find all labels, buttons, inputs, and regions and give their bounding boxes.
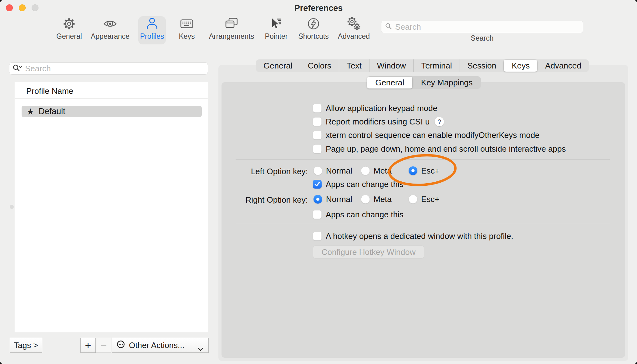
radio-right-normal[interactable]: [313, 195, 322, 204]
toolbar-label: Arrangements: [209, 32, 254, 41]
tags-button[interactable]: Tags >: [10, 338, 42, 353]
header-divider: [15, 98, 208, 99]
profile-search-field[interactable]: [9, 62, 208, 75]
toolbar-search-field[interactable]: [381, 21, 583, 33]
radio-option: Normal: [313, 166, 352, 175]
star-icon: ★: [27, 107, 34, 117]
gears-icon: [347, 17, 361, 31]
checkbox-modify-other-keys[interactable]: [313, 131, 322, 139]
window-title: Preferences: [0, 3, 637, 13]
checkbox-left-apps-can-change[interactable]: [313, 180, 322, 189]
checkbox-row: Apps can change this: [313, 210, 404, 219]
checkbox-hotkey-window[interactable]: [313, 232, 322, 240]
profile-search-input[interactable]: [25, 64, 205, 73]
divider: [236, 223, 610, 223]
tab-text[interactable]: Text: [339, 59, 369, 72]
cursor-icon: [269, 17, 283, 31]
search-icon: [385, 23, 392, 31]
checkbox-row: xterm control sequence can enable modify…: [313, 131, 540, 139]
gear-icon: [62, 17, 76, 31]
radio-label: Meta: [374, 195, 392, 204]
person-icon: [145, 17, 159, 31]
profile-list-panel: Profile Name ★ Default: [15, 82, 208, 332]
keys-subtab-bar: General Key Mappings: [367, 76, 481, 89]
windows-icon: [225, 17, 238, 31]
checkbox-label: Apps can change this: [326, 210, 404, 220]
toolbar-item-arrangements[interactable]: Arrangements: [205, 17, 258, 45]
toolbar-search-input[interactable]: [395, 22, 579, 32]
left-option-key-label: Left Option key:: [200, 167, 308, 176]
toolbar-label: General: [56, 32, 82, 41]
other-actions-dropdown[interactable]: Other Actions...: [112, 338, 209, 353]
tab-keys[interactable]: Keys: [504, 60, 537, 72]
lightning-circle-icon: [307, 17, 320, 31]
chevron-down-icon: [198, 344, 203, 353]
preferences-window: Preferences General Appearance Profiles …: [0, 0, 637, 364]
checkbox-row: A hotkey opens a dedicated window with t…: [313, 232, 513, 240]
checkbox-row: Allow application keypad mode: [313, 104, 437, 113]
profile-tab-bar: General Colors Text Window Terminal Sess…: [256, 59, 589, 72]
profile-list-header: Profile Name: [26, 86, 73, 96]
radio-option: Meta: [361, 195, 392, 204]
checkbox-label: Allow application keypad mode: [326, 104, 437, 113]
radio-label: Normal: [326, 166, 352, 176]
remove-profile-button: −: [96, 338, 111, 353]
toolbar-label: Pointer: [265, 32, 288, 41]
profile-name: Default: [38, 107, 65, 116]
checkbox-label: xterm control sequence can enable modify…: [326, 130, 540, 140]
checkbox-allow-keypad-mode[interactable]: [313, 104, 322, 113]
help-button[interactable]: ?: [435, 117, 444, 126]
tab-general[interactable]: General: [256, 59, 300, 72]
toolbar-item-advanced[interactable]: Advanced: [330, 17, 377, 45]
subtab-general[interactable]: General: [367, 77, 412, 88]
toolbar-label: Shortcuts: [298, 32, 329, 41]
tab-terminal[interactable]: Terminal: [413, 59, 459, 72]
toolbar-label: Appearance: [91, 32, 130, 41]
checkbox-label: A hotkey opens a dedicated window with t…: [326, 231, 513, 241]
radio-left-normal[interactable]: [313, 166, 322, 175]
toolbar-label: Profiles: [140, 32, 164, 41]
add-profile-button[interactable]: +: [80, 338, 96, 353]
tab-window[interactable]: Window: [369, 59, 414, 72]
tab-colors[interactable]: Colors: [300, 59, 339, 72]
eye-icon: [103, 17, 117, 31]
checkbox-row: Report modifiers using CSI u ?: [313, 117, 444, 126]
radio-right-meta[interactable]: [361, 195, 370, 204]
keyboard-icon: [180, 17, 194, 31]
toolbar-search-label: Search: [381, 34, 583, 43]
radio-left-meta[interactable]: [361, 166, 370, 175]
toolbar-label: Keys: [179, 32, 195, 41]
right-option-key-label: Right Option key:: [200, 195, 308, 205]
toolbar-label: Advanced: [338, 32, 370, 41]
checkbox-label: Report modifiers using CSI u: [326, 117, 430, 127]
radio-right-esc-plus[interactable]: [409, 195, 417, 204]
configure-hotkey-window-button[interactable]: Configure Hotkey Window: [313, 245, 424, 259]
tab-session[interactable]: Session: [460, 59, 504, 72]
other-actions-label: Other Actions...: [129, 341, 185, 350]
orange-ellipse-annotation: [386, 149, 461, 193]
subtab-key-mappings[interactable]: Key Mappings: [412, 76, 481, 89]
splitter-handle-dot[interactable]: [10, 205, 14, 209]
toolbar-item-keys[interactable]: Keys: [163, 17, 210, 45]
checkbox-report-csi-u[interactable]: [313, 117, 322, 126]
profile-row-default[interactable]: ★ Default: [22, 106, 202, 117]
toolbar-item-shortcuts[interactable]: Shortcuts: [290, 17, 337, 45]
checkbox-page-scroll-outside[interactable]: [313, 144, 322, 153]
circle-ellipsis-icon: [116, 340, 125, 351]
toolbar-item-general[interactable]: General: [46, 17, 93, 45]
radio-option: Esc+: [409, 195, 440, 204]
tab-advanced[interactable]: Advanced: [537, 59, 589, 72]
radio-label: Normal: [326, 195, 352, 204]
radio-label: Esc+: [421, 195, 440, 204]
checkbox-right-apps-can-change[interactable]: [313, 210, 322, 219]
search-with-chevron-icon: [13, 64, 23, 73]
toolbar-item-appearance[interactable]: Appearance: [87, 17, 134, 45]
radio-option: Normal: [313, 195, 352, 204]
